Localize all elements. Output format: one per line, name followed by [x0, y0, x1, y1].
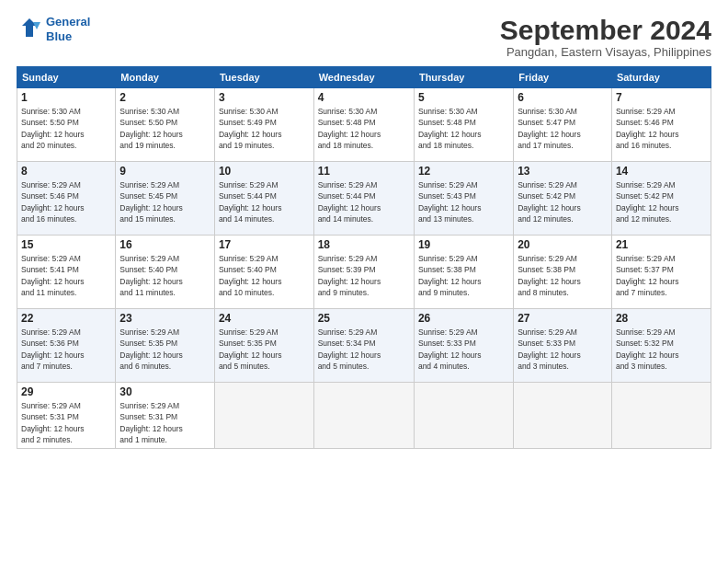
day-info: Sunrise: 5:29 AM Sunset: 5:33 PM Dayligh… — [518, 327, 608, 372]
day-number: 7 — [616, 91, 707, 104]
day-info: Sunrise: 5:29 AM Sunset: 5:31 PM Dayligh… — [21, 400, 111, 445]
table-row: 10Sunrise: 5:29 AM Sunset: 5:44 PM Dayli… — [214, 162, 313, 236]
month-title: September 2024 — [500, 15, 711, 45]
week-row: 1Sunrise: 5:30 AM Sunset: 5:50 PM Daylig… — [17, 88, 711, 162]
day-number: 21 — [616, 238, 707, 251]
subtitle: Pangdan, Eastern Visayas, Philippines — [500, 45, 711, 59]
svg-marker-0 — [22, 18, 37, 37]
table-row: 20Sunrise: 5:29 AM Sunset: 5:38 PM Dayli… — [514, 236, 612, 309]
day-info: Sunrise: 5:29 AM Sunset: 5:34 PM Dayligh… — [318, 327, 410, 372]
week-row: 29Sunrise: 5:29 AM Sunset: 5:31 PM Dayli… — [17, 383, 711, 449]
day-number: 1 — [21, 91, 111, 104]
table-row: 8Sunrise: 5:29 AM Sunset: 5:46 PM Daylig… — [17, 162, 116, 236]
table-row: 3Sunrise: 5:30 AM Sunset: 5:49 PM Daylig… — [214, 88, 313, 162]
day-number: 23 — [119, 312, 210, 325]
col-tuesday: Tuesday — [214, 67, 313, 88]
table-row: 7Sunrise: 5:29 AM Sunset: 5:46 PM Daylig… — [611, 88, 711, 162]
day-info: Sunrise: 5:29 AM Sunset: 5:40 PM Dayligh… — [219, 253, 310, 298]
table-row — [214, 383, 313, 449]
day-info: Sunrise: 5:29 AM Sunset: 5:46 PM Dayligh… — [616, 106, 707, 151]
day-number: 8 — [21, 165, 111, 178]
table-row: 1Sunrise: 5:30 AM Sunset: 5:50 PM Daylig… — [17, 88, 116, 162]
day-info: Sunrise: 5:29 AM Sunset: 5:31 PM Dayligh… — [119, 400, 210, 445]
table-row: 9Sunrise: 5:29 AM Sunset: 5:45 PM Daylig… — [116, 162, 215, 236]
day-number: 3 — [219, 91, 310, 104]
table-row — [414, 383, 513, 449]
table-row: 15Sunrise: 5:29 AM Sunset: 5:41 PM Dayli… — [17, 236, 116, 309]
day-info: Sunrise: 5:29 AM Sunset: 5:36 PM Dayligh… — [21, 327, 111, 372]
table-row: 18Sunrise: 5:29 AM Sunset: 5:39 PM Dayli… — [313, 236, 414, 309]
day-number: 30 — [119, 385, 210, 398]
day-info: Sunrise: 5:29 AM Sunset: 5:39 PM Dayligh… — [318, 253, 410, 298]
table-row: 24Sunrise: 5:29 AM Sunset: 5:35 PM Dayli… — [214, 309, 313, 383]
day-number: 16 — [119, 238, 210, 251]
col-saturday: Saturday — [611, 67, 711, 88]
day-number: 22 — [21, 312, 111, 325]
day-number: 19 — [418, 238, 509, 251]
table-row: 25Sunrise: 5:29 AM Sunset: 5:34 PM Dayli… — [313, 309, 414, 383]
header-row: Sunday Monday Tuesday Wednesday Thursday… — [17, 67, 711, 88]
table-row: 29Sunrise: 5:29 AM Sunset: 5:31 PM Dayli… — [17, 383, 116, 449]
day-number: 13 — [518, 165, 608, 178]
day-number: 25 — [318, 312, 410, 325]
table-row: 17Sunrise: 5:29 AM Sunset: 5:40 PM Dayli… — [214, 236, 313, 309]
day-info: Sunrise: 5:29 AM Sunset: 5:32 PM Dayligh… — [616, 327, 707, 372]
table-row — [313, 383, 414, 449]
table-row: 21Sunrise: 5:29 AM Sunset: 5:37 PM Dayli… — [611, 236, 711, 309]
week-row: 8Sunrise: 5:29 AM Sunset: 5:46 PM Daylig… — [17, 162, 711, 236]
day-info: Sunrise: 5:29 AM Sunset: 5:46 PM Dayligh… — [21, 179, 111, 224]
table-row: 14Sunrise: 5:29 AM Sunset: 5:42 PM Dayli… — [611, 162, 711, 236]
table-row: 6Sunrise: 5:30 AM Sunset: 5:47 PM Daylig… — [514, 88, 612, 162]
calendar-table: Sunday Monday Tuesday Wednesday Thursday… — [17, 66, 711, 449]
day-number: 12 — [418, 165, 509, 178]
col-wednesday: Wednesday — [313, 67, 414, 88]
day-info: Sunrise: 5:29 AM Sunset: 5:42 PM Dayligh… — [518, 179, 608, 224]
col-friday: Friday — [514, 67, 612, 88]
day-info: Sunrise: 5:29 AM Sunset: 5:38 PM Dayligh… — [418, 253, 509, 298]
table-row: 27Sunrise: 5:29 AM Sunset: 5:33 PM Dayli… — [514, 309, 612, 383]
day-info: Sunrise: 5:30 AM Sunset: 5:47 PM Dayligh… — [518, 106, 608, 151]
day-info: Sunrise: 5:29 AM Sunset: 5:41 PM Dayligh… — [21, 253, 111, 298]
col-thursday: Thursday — [414, 67, 513, 88]
day-number: 26 — [418, 312, 509, 325]
day-number: 20 — [518, 238, 608, 251]
day-info: Sunrise: 5:29 AM Sunset: 5:44 PM Dayligh… — [318, 179, 410, 224]
table-row: 11Sunrise: 5:29 AM Sunset: 5:44 PM Dayli… — [313, 162, 414, 236]
table-row: 2Sunrise: 5:30 AM Sunset: 5:50 PM Daylig… — [116, 88, 215, 162]
day-info: Sunrise: 5:29 AM Sunset: 5:35 PM Dayligh… — [219, 327, 310, 372]
day-number: 17 — [219, 238, 310, 251]
table-row: 28Sunrise: 5:29 AM Sunset: 5:32 PM Dayli… — [611, 309, 711, 383]
day-number: 2 — [119, 91, 210, 104]
table-row — [611, 383, 711, 449]
day-info: Sunrise: 5:29 AM Sunset: 5:44 PM Dayligh… — [219, 179, 310, 224]
day-info: Sunrise: 5:30 AM Sunset: 5:50 PM Dayligh… — [119, 106, 210, 151]
day-number: 4 — [318, 91, 410, 104]
day-number: 29 — [21, 385, 111, 398]
day-info: Sunrise: 5:29 AM Sunset: 5:33 PM Dayligh… — [418, 327, 509, 372]
table-row — [514, 383, 612, 449]
page: General Blue September 2024 Pangdan, Eas… — [0, 0, 728, 563]
day-number: 28 — [616, 312, 707, 325]
day-info: Sunrise: 5:30 AM Sunset: 5:48 PM Dayligh… — [318, 106, 410, 151]
logo-text: General Blue — [46, 15, 90, 43]
day-info: Sunrise: 5:30 AM Sunset: 5:49 PM Dayligh… — [219, 106, 310, 151]
week-row: 15Sunrise: 5:29 AM Sunset: 5:41 PM Dayli… — [17, 236, 711, 309]
logo: General Blue — [17, 15, 90, 43]
table-row: 23Sunrise: 5:29 AM Sunset: 5:35 PM Dayli… — [116, 309, 215, 383]
day-number: 18 — [318, 238, 410, 251]
day-info: Sunrise: 5:30 AM Sunset: 5:48 PM Dayligh… — [418, 106, 509, 151]
table-row: 13Sunrise: 5:29 AM Sunset: 5:42 PM Dayli… — [514, 162, 612, 236]
table-row: 4Sunrise: 5:30 AM Sunset: 5:48 PM Daylig… — [313, 88, 414, 162]
table-row: 16Sunrise: 5:29 AM Sunset: 5:40 PM Dayli… — [116, 236, 215, 309]
day-info: Sunrise: 5:29 AM Sunset: 5:45 PM Dayligh… — [119, 179, 210, 224]
day-info: Sunrise: 5:29 AM Sunset: 5:38 PM Dayligh… — [518, 253, 608, 298]
day-number: 24 — [219, 312, 310, 325]
day-number: 14 — [616, 165, 707, 178]
header: General Blue September 2024 Pangdan, Eas… — [17, 15, 711, 59]
title-block: September 2024 Pangdan, Eastern Visayas,… — [500, 15, 711, 59]
week-row: 22Sunrise: 5:29 AM Sunset: 5:36 PM Dayli… — [17, 309, 711, 383]
table-row: 12Sunrise: 5:29 AM Sunset: 5:43 PM Dayli… — [414, 162, 513, 236]
table-row: 22Sunrise: 5:29 AM Sunset: 5:36 PM Dayli… — [17, 309, 116, 383]
day-info: Sunrise: 5:29 AM Sunset: 5:43 PM Dayligh… — [418, 179, 509, 224]
table-row: 26Sunrise: 5:29 AM Sunset: 5:33 PM Dayli… — [414, 309, 513, 383]
